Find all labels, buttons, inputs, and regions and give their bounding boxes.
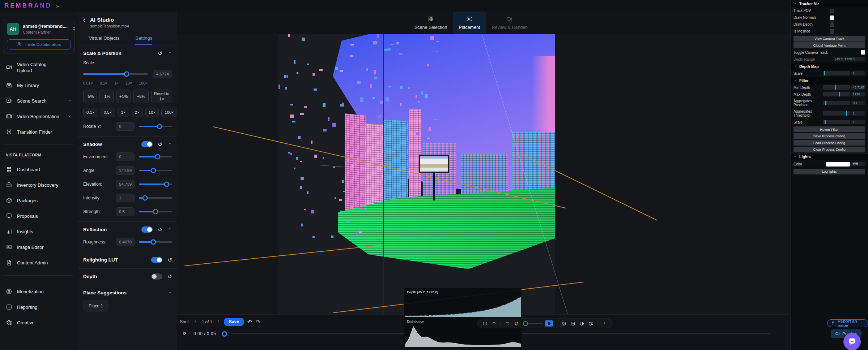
tab-placement[interactable]: Placement — [453, 12, 486, 34]
undo-icon[interactable]: ↶ — [247, 319, 252, 325]
tab-scene-selection[interactable]: Scene Selection — [409, 12, 453, 34]
scale-adjust-button-1[interactable]: +1% — [116, 90, 131, 103]
global-vantage-point-button[interactable]: Global Vantage Point — [793, 42, 865, 48]
scale-value[interactable]: 1 — [851, 120, 865, 124]
scale-preset-button-0-1[interactable]: 0.1× — [83, 108, 98, 117]
save-process-config-button[interactable]: Save Process Config — [793, 133, 865, 139]
scale-preset-button-10[interactable]: 10× — [145, 108, 159, 117]
chevron-up-icon[interactable] — [167, 226, 172, 232]
tab-review-render[interactable]: Review & Render — [486, 12, 532, 34]
back-icon[interactable] — [82, 18, 87, 24]
render-camera-icon[interactable] — [588, 321, 593, 326]
clear-process-config-button[interactable]: Clear Process Config — [793, 147, 865, 152]
scale-value-input[interactable]: 4.6774 — [153, 70, 172, 78]
view-camera-track-button[interactable]: View Camera Track — [793, 36, 865, 42]
shadow-intensity-input[interactable]: 1 — [116, 194, 135, 202]
sidebar-item-my-library[interactable]: My Library — [4, 78, 73, 94]
tab-virtual-objects[interactable]: Virtual Objects — [89, 35, 119, 45]
revert-filter-button[interactable]: Revert Filter — [793, 126, 865, 132]
shadow-elevation-input[interactable]: 54.739 — [116, 180, 135, 189]
sidebar-item-monetization[interactable]: Monetization — [4, 284, 73, 300]
scale-preset-button-0-5[interactable]: 0.5× — [101, 108, 115, 117]
chevron-up-icon[interactable] — [167, 50, 172, 56]
lights-header[interactable]: Lights — [791, 153, 868, 160]
drop-tool-icon[interactable] — [492, 321, 497, 326]
material-icon[interactable] — [561, 321, 566, 326]
reflection-roughness-input[interactable]: 0.4078 — [116, 238, 135, 246]
sidebar-item-scene-search[interactable]: Scene Search — [4, 94, 73, 109]
more-vert-icon[interactable] — [602, 321, 607, 326]
chat-widget-button[interactable] — [843, 333, 861, 350]
sidebar-item-image-editor[interactable]: Image Editor — [4, 240, 73, 255]
user-card[interactable]: AH ahmed@rembrand.... Content Partner In… — [3, 19, 75, 53]
draw-depth-checkbox[interactable] — [830, 22, 834, 27]
shadow-elevation-slider[interactable] — [139, 183, 172, 185]
reset-icon[interactable]: ↺ — [158, 51, 162, 56]
aggregates-threshold-value[interactable]: 1 — [851, 111, 865, 116]
max-depth-slider[interactable] — [823, 92, 850, 96]
aggregates-precision-value[interactable]: 0.1 — [851, 101, 865, 105]
shadow-environment-input[interactable]: 0 — [116, 152, 135, 161]
contrast-icon[interactable] — [579, 321, 584, 326]
shadow-toggle[interactable] — [141, 141, 153, 147]
sidebar-item-reporting[interactable]: Reporting — [4, 300, 73, 315]
scale-slider[interactable] — [83, 73, 148, 75]
redo-icon[interactable]: ↷ — [256, 319, 260, 325]
sidebar-item-inventory-discovery[interactable]: Inventory Discovery — [4, 178, 73, 193]
shadow-angle-input[interactable]: 144.99 — [116, 166, 135, 175]
reflection-roughness-slider[interactable] — [139, 241, 172, 243]
scale-preset-button-1[interactable]: 1× — [118, 108, 129, 117]
marquee-select-icon[interactable] — [482, 321, 488, 326]
report-issue-button[interactable]: Report an issue — [827, 319, 868, 327]
active-tool-toggle[interactable] — [545, 320, 553, 327]
track-pov-checkbox[interactable] — [830, 9, 834, 13]
is-meshed-checkbox[interactable] — [830, 29, 834, 34]
filter-header[interactable]: Filter — [791, 77, 868, 84]
billboard-virtual-object[interactable] — [419, 155, 449, 173]
scale-adjust-button-5[interactable]: +5% — [133, 90, 148, 103]
orbit-icon[interactable] — [514, 321, 519, 326]
reset-icon[interactable]: ↺ — [158, 227, 162, 232]
sidebar-item-insights[interactable]: Insights — [4, 224, 73, 240]
color-swatch[interactable] — [826, 162, 850, 167]
scale-value[interactable]: 1 — [851, 71, 865, 75]
sidebar-item-proposals[interactable]: Proposals — [4, 209, 73, 224]
toggle-camera-track-checkbox[interactable] — [861, 50, 865, 55]
aggregates-precision-slider[interactable] — [823, 101, 850, 105]
sidebar-item-dashboard[interactable]: Dashboard — [4, 162, 73, 178]
rotate-icon[interactable] — [505, 321, 510, 326]
log-lights-button[interactable]: Log lights — [793, 169, 865, 174]
reset-icon[interactable]: ↺ — [167, 257, 172, 263]
sidebar-item-transition-finder[interactable]: Transition Finder — [4, 125, 73, 140]
opacity-slider[interactable] — [523, 321, 541, 326]
shadow-environment-slider[interactable] — [139, 156, 172, 157]
scale-slider[interactable] — [823, 120, 850, 124]
3d-viewport[interactable] — [177, 34, 790, 314]
scale-preset-button-100[interactable]: 100× — [161, 108, 177, 117]
chevron-up-icon[interactable] — [167, 290, 172, 296]
next-shot-icon[interactable] — [216, 319, 221, 325]
min-depth-slider[interactable] — [823, 85, 850, 90]
frame-icon[interactable] — [570, 321, 575, 326]
play-button[interactable] — [182, 330, 188, 337]
reset-icon[interactable]: ↺ — [167, 274, 172, 279]
sidebar-item-content-admin[interactable]: Content Admin — [4, 255, 73, 271]
max-depth-value[interactable]: 1220 — [851, 92, 865, 96]
relighting-toggle[interactable] — [151, 257, 162, 263]
scale-slider[interactable] — [823, 71, 850, 75]
sidebar-item-video-catalog-upload[interactable]: Video Catalog Upload — [4, 58, 73, 78]
sidebar-expand-icon[interactable]: » — [56, 3, 59, 9]
scale-preset-button-2[interactable]: 2× — [132, 108, 143, 117]
min-depth-value[interactable]: 45.7187 — [851, 85, 865, 90]
rotate-y-slider[interactable] — [139, 126, 172, 127]
depth-toggle[interactable] — [151, 273, 162, 280]
aggregates-threshold-slider[interactable] — [823, 111, 850, 116]
invite-collaborators-button[interactable]: Invite Collaborators — [7, 39, 71, 49]
rotate-y-input[interactable]: 0 — [116, 122, 135, 131]
reset-to-1x-button[interactable]: Reset to 1× — [151, 90, 172, 103]
color-hex-value[interactable]: ffffff — [851, 162, 865, 166]
timeline-handle[interactable] — [222, 331, 227, 337]
depth-map-header[interactable]: Depth Map — [791, 63, 868, 70]
sidebar-item-creative[interactable]: Creative — [4, 315, 73, 331]
scale-adjust-button-1[interactable]: -1% — [99, 90, 113, 103]
